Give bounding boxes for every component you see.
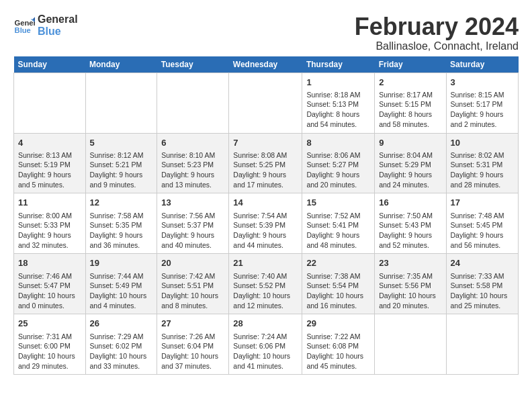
calendar-cell xyxy=(229,73,302,133)
day-info: Sunrise: 7:48 AM Sunset: 5:45 PM Dayligh… xyxy=(451,211,514,250)
calendar-cell xyxy=(446,314,518,375)
day-info: Sunrise: 8:15 AM Sunset: 5:17 PM Dayligh… xyxy=(451,90,514,130)
day-info: Sunrise: 7:38 AM Sunset: 5:54 PM Dayligh… xyxy=(306,271,370,311)
day-info: Sunrise: 7:56 AM Sunset: 5:37 PM Dayligh… xyxy=(161,211,224,250)
svg-text:Blue: Blue xyxy=(15,26,31,34)
day-info: Sunrise: 7:50 AM Sunset: 5:43 PM Dayligh… xyxy=(379,211,441,250)
day-number: 28 xyxy=(233,318,298,330)
page-header: General Blue General Blue February 2024 … xyxy=(13,13,519,52)
day-info: Sunrise: 8:08 AM Sunset: 5:25 PM Dayligh… xyxy=(233,150,298,190)
day-info: Sunrise: 7:54 AM Sunset: 5:39 PM Dayligh… xyxy=(233,211,298,250)
day-info: Sunrise: 8:12 AM Sunset: 5:21 PM Dayligh… xyxy=(90,150,153,190)
calendar-cell: 15Sunrise: 7:52 AM Sunset: 5:41 PM Dayli… xyxy=(302,193,375,254)
day-number: 10 xyxy=(451,137,514,149)
calendar-header-row: SundayMondayTuesdayWednesdayThursdayFrid… xyxy=(14,56,519,73)
calendar-cell: 24Sunrise: 7:33 AM Sunset: 5:58 PM Dayli… xyxy=(446,254,518,314)
calendar-cell: 25Sunrise: 7:31 AM Sunset: 6:00 PM Dayli… xyxy=(14,314,86,375)
day-info: Sunrise: 8:13 AM Sunset: 5:19 PM Dayligh… xyxy=(18,150,81,190)
calendar-cell: 14Sunrise: 7:54 AM Sunset: 5:39 PM Dayli… xyxy=(229,193,302,254)
calendar-cell xyxy=(14,73,86,133)
day-info: Sunrise: 7:44 AM Sunset: 5:49 PM Dayligh… xyxy=(90,271,153,311)
calendar-header-thursday: Thursday xyxy=(302,56,375,73)
day-info: Sunrise: 8:17 AM Sunset: 5:15 PM Dayligh… xyxy=(379,90,441,130)
day-info: Sunrise: 8:10 AM Sunset: 5:23 PM Dayligh… xyxy=(161,150,224,190)
calendar-cell: 19Sunrise: 7:44 AM Sunset: 5:49 PM Dayli… xyxy=(85,254,157,314)
day-number: 26 xyxy=(90,318,153,330)
calendar-cell: 7Sunrise: 8:08 AM Sunset: 5:25 PM Daylig… xyxy=(229,133,302,193)
day-info: Sunrise: 8:06 AM Sunset: 5:27 PM Dayligh… xyxy=(306,150,370,190)
calendar-header-friday: Friday xyxy=(375,56,446,73)
day-number: 15 xyxy=(306,197,370,209)
calendar-cell xyxy=(85,73,157,133)
day-number: 12 xyxy=(90,197,153,209)
day-number: 27 xyxy=(161,318,224,330)
calendar-cell: 22Sunrise: 7:38 AM Sunset: 5:54 PM Dayli… xyxy=(302,254,375,314)
day-info: Sunrise: 7:26 AM Sunset: 6:04 PM Dayligh… xyxy=(161,332,224,371)
calendar-cell: 26Sunrise: 7:29 AM Sunset: 6:02 PM Dayli… xyxy=(85,314,157,375)
day-number: 18 xyxy=(18,257,81,269)
day-number: 5 xyxy=(90,137,153,149)
day-number: 13 xyxy=(161,197,224,209)
calendar-cell: 5Sunrise: 8:12 AM Sunset: 5:21 PM Daylig… xyxy=(85,133,157,193)
day-number: 21 xyxy=(233,257,298,269)
day-info: Sunrise: 7:35 AM Sunset: 5:56 PM Dayligh… xyxy=(379,271,441,311)
day-number: 29 xyxy=(306,318,370,330)
day-info: Sunrise: 7:42 AM Sunset: 5:51 PM Dayligh… xyxy=(161,271,224,311)
calendar-cell: 20Sunrise: 7:42 AM Sunset: 5:51 PM Dayli… xyxy=(157,254,229,314)
calendar-header-saturday: Saturday xyxy=(446,56,518,73)
calendar-week-row: 1Sunrise: 8:18 AM Sunset: 5:13 PM Daylig… xyxy=(14,73,519,133)
day-number: 23 xyxy=(379,257,441,269)
calendar-cell: 13Sunrise: 7:56 AM Sunset: 5:37 PM Dayli… xyxy=(157,193,229,254)
day-number: 9 xyxy=(379,137,441,149)
page-title: February 2024 xyxy=(355,13,519,40)
calendar-cell: 23Sunrise: 7:35 AM Sunset: 5:56 PM Dayli… xyxy=(375,254,446,314)
day-number: 4 xyxy=(18,137,81,149)
calendar-cell: 3Sunrise: 8:15 AM Sunset: 5:17 PM Daylig… xyxy=(446,73,518,133)
calendar-cell: 1Sunrise: 8:18 AM Sunset: 5:13 PM Daylig… xyxy=(302,73,375,133)
day-number: 6 xyxy=(161,137,224,149)
calendar-cell: 16Sunrise: 7:50 AM Sunset: 5:43 PM Dayli… xyxy=(375,193,446,254)
calendar-cell: 21Sunrise: 7:40 AM Sunset: 5:52 PM Dayli… xyxy=(229,254,302,314)
logo-line2: Blue xyxy=(38,26,78,38)
day-info: Sunrise: 7:29 AM Sunset: 6:02 PM Dayligh… xyxy=(90,332,153,371)
day-info: Sunrise: 7:46 AM Sunset: 5:47 PM Dayligh… xyxy=(18,271,81,311)
day-number: 24 xyxy=(451,257,514,269)
day-info: Sunrise: 7:22 AM Sunset: 6:08 PM Dayligh… xyxy=(306,332,370,371)
calendar-header-wednesday: Wednesday xyxy=(229,56,302,73)
page-subtitle: Ballinasloe, Connacht, Ireland xyxy=(355,40,519,52)
day-info: Sunrise: 8:02 AM Sunset: 5:31 PM Dayligh… xyxy=(451,150,514,190)
logo-line1: General xyxy=(38,13,78,26)
day-number: 20 xyxy=(161,257,224,269)
calendar-week-row: 11Sunrise: 8:00 AM Sunset: 5:33 PM Dayli… xyxy=(14,193,519,254)
logo-icon: General Blue xyxy=(13,15,35,36)
calendar-week-row: 25Sunrise: 7:31 AM Sunset: 6:00 PM Dayli… xyxy=(14,314,519,375)
day-number: 16 xyxy=(379,197,441,209)
day-info: Sunrise: 7:24 AM Sunset: 6:06 PM Dayligh… xyxy=(233,332,298,371)
day-number: 8 xyxy=(306,137,370,149)
calendar-cell: 4Sunrise: 8:13 AM Sunset: 5:19 PM Daylig… xyxy=(14,133,86,193)
calendar-cell: 28Sunrise: 7:24 AM Sunset: 6:06 PM Dayli… xyxy=(229,314,302,375)
calendar-table: SundayMondayTuesdayWednesdayThursdayFrid… xyxy=(13,56,519,375)
day-info: Sunrise: 8:04 AM Sunset: 5:29 PM Dayligh… xyxy=(379,150,441,190)
calendar-cell: 8Sunrise: 8:06 AM Sunset: 5:27 PM Daylig… xyxy=(302,133,375,193)
day-number: 11 xyxy=(18,197,81,209)
calendar-cell: 10Sunrise: 8:02 AM Sunset: 5:31 PM Dayli… xyxy=(446,133,518,193)
day-info: Sunrise: 7:31 AM Sunset: 6:00 PM Dayligh… xyxy=(18,332,81,371)
calendar-cell: 29Sunrise: 7:22 AM Sunset: 6:08 PM Dayli… xyxy=(302,314,375,375)
day-number: 22 xyxy=(306,257,370,269)
calendar-cell: 2Sunrise: 8:17 AM Sunset: 5:15 PM Daylig… xyxy=(375,73,446,133)
calendar-cell: 18Sunrise: 7:46 AM Sunset: 5:47 PM Dayli… xyxy=(14,254,86,314)
day-number: 19 xyxy=(90,257,153,269)
calendar-cell: 9Sunrise: 8:04 AM Sunset: 5:29 PM Daylig… xyxy=(375,133,446,193)
day-number: 2 xyxy=(379,77,441,89)
calendar-cell: 27Sunrise: 7:26 AM Sunset: 6:04 PM Dayli… xyxy=(157,314,229,375)
day-info: Sunrise: 8:18 AM Sunset: 5:13 PM Dayligh… xyxy=(306,90,370,130)
svg-text:General: General xyxy=(15,19,35,27)
day-info: Sunrise: 7:52 AM Sunset: 5:41 PM Dayligh… xyxy=(306,211,370,250)
calendar-cell: 17Sunrise: 7:48 AM Sunset: 5:45 PM Dayli… xyxy=(446,193,518,254)
calendar-header-monday: Monday xyxy=(85,56,157,73)
day-number: 1 xyxy=(306,77,370,89)
day-number: 17 xyxy=(451,197,514,209)
calendar-cell xyxy=(157,73,229,133)
day-number: 14 xyxy=(233,197,298,209)
